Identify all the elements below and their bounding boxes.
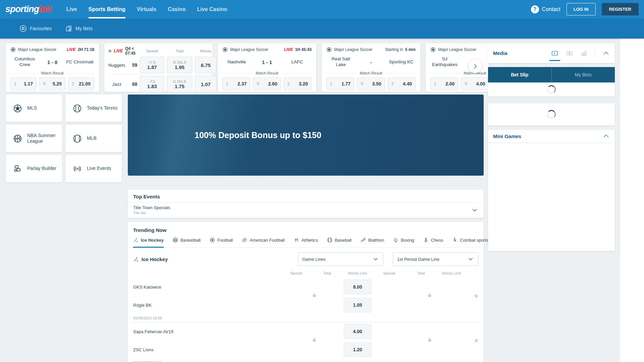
money-line-button[interactable]: 8.00 [344, 280, 372, 294]
live-match-card[interactable]: Major League Soccer LIVE 2H 71:18 Columb… [6, 43, 99, 92]
event-title: Title Town Specials [133, 205, 170, 210]
live-match-card[interactable]: LIVE Q4 < 07:45 Spread Total Money Nugge… [104, 43, 212, 92]
carousel-next-button[interactable] [468, 59, 482, 73]
odds-button-draw[interactable]: X2.60 [253, 77, 281, 90]
quick-link-mls[interactable]: MLS [6, 95, 62, 122]
odds-button-draw[interactable]: X3.50 [357, 77, 385, 90]
my-bets-label: My Bets [75, 26, 93, 31]
market-label: Match Result [326, 71, 416, 75]
home-team: SJ Earthquakes [430, 56, 459, 68]
odds-button-home[interactable]: 12.00 [430, 77, 458, 90]
tab-bet-slip[interactable]: Bet Slip [488, 67, 551, 82]
bet-slip-panel: Bet Slip My Bets [488, 67, 615, 97]
athletics-icon [294, 237, 299, 243]
odds-row: 11.77 X3.50 24.40 [326, 77, 416, 90]
contact-link[interactable]: ? Contact [531, 5, 560, 13]
media-title: Media [493, 50, 507, 56]
mini-games-header: Mini Games [488, 130, 615, 143]
tab-baseball[interactable]: Baseball [327, 237, 352, 248]
odds-button-home[interactable]: 11.77 [326, 77, 354, 90]
live-match-card[interactable]: Major League Soccer LIVE 1H 45:43 Nashvi… [218, 43, 316, 92]
nav-casino[interactable]: Casino [168, 0, 185, 18]
my-bets-link[interactable]: My Bets [65, 25, 93, 32]
market-select-secondary[interactable]: 1st Period Game Line [393, 252, 478, 266]
mini-games-panel: Mini Games [488, 130, 615, 251]
tab-football[interactable]: Football [210, 237, 233, 248]
match-date: 01/09/2022 16:05 [128, 314, 484, 322]
tab-combat-sports[interactable]: Combat sports [452, 237, 489, 248]
star-circle-icon [19, 25, 27, 32]
collapse-chevron-icon[interactable] [602, 50, 610, 57]
stats-icon[interactable] [581, 50, 587, 57]
top-events-item[interactable]: Title Town Specials The Six [128, 203, 484, 218]
spread-odds-button[interactable]: +7,51.87 [140, 57, 164, 73]
favourite-star-icon[interactable]: ★ [474, 338, 479, 344]
collapse-chevron-icon[interactable] [602, 132, 610, 140]
divider [595, 49, 595, 58]
quick-link-nba-summer-league[interactable]: NBA Summer League [6, 125, 62, 152]
quick-link-todays-tennis[interactable]: Today's Tennis [65, 95, 122, 122]
odds-button-draw[interactable]: X4.00 [461, 77, 489, 90]
nav-virtuals[interactable]: Virtuals [137, 0, 156, 18]
starting-time: Starting in 5 min [385, 47, 416, 52]
quick-link-parlay-builder[interactable]: Parlay Builder [6, 155, 62, 182]
nav-live-casino[interactable]: Live Casino [197, 0, 227, 18]
bet-slip-tabs: Bet Slip My Bets [488, 67, 615, 82]
favourites-link[interactable]: Favourites [19, 25, 52, 32]
login-button[interactable]: LOG IN [567, 3, 596, 15]
odds-button-home[interactable]: 12.37 [222, 77, 250, 90]
away-team: FC Cincinnati [65, 59, 94, 65]
quick-link-mlb[interactable]: MLB [65, 125, 122, 152]
odds-button-home[interactable]: 11.17 [10, 77, 37, 90]
favourite-star-icon[interactable]: ★ [474, 293, 479, 299]
market-label: Match Result [10, 71, 94, 75]
live-match-card[interactable]: Major League Soccer Starting in 5 min Re… [322, 43, 420, 92]
soccer-ball-icon [222, 47, 228, 52]
video-stream-icon[interactable] [551, 50, 558, 57]
money-line-button[interactable]: 1.20 [344, 342, 372, 357]
total-odds-button[interactable]: U 161,51.75 [167, 76, 192, 93]
home-team: Real Salt Lake [326, 56, 355, 68]
tab-my-bets[interactable]: My Bets [551, 67, 615, 82]
odds-button-away[interactable]: 24.40 [388, 77, 416, 90]
money-line-button[interactable]: 4.00 [344, 324, 372, 339]
money-line-button[interactable]: 1.05 [344, 298, 372, 312]
trending-title: Trending Now [128, 222, 484, 237]
match-score: 1 - 0 [39, 59, 65, 65]
away-team: ZSC Lions [133, 347, 281, 352]
tab-boxing[interactable]: Boxing [393, 237, 414, 248]
sport-tabs: Ice Hockey Basketball Football American … [128, 237, 484, 248]
match-clock: 1H 45:43 [295, 47, 312, 52]
contact-label: Contact [542, 6, 560, 12]
ice-hockey-header: Ice Hockey Game Lines 1st Period Game Li… [128, 248, 484, 268]
tab-chess[interactable]: Chess [423, 237, 443, 248]
tab-biathlon[interactable]: Biathlon [361, 237, 384, 248]
sportingbet-logo[interactable]: sportingbet [5, 4, 52, 14]
league-name: Major League Soccer [18, 47, 56, 52]
odds-row: 11.17 X5.25 221.00 [10, 77, 94, 90]
odds-button-away[interactable]: 23.20 [284, 77, 312, 90]
tab-athletics[interactable]: Athletics [294, 237, 318, 248]
home-team: Nashville [222, 59, 251, 65]
total-odds-button[interactable]: O 161,51.95 [167, 57, 192, 73]
pitch-view-icon[interactable] [566, 50, 573, 57]
spread-odds-button[interactable]: -7,51.83 [140, 76, 164, 93]
basketball-icon [13, 134, 22, 143]
section-title: Ice Hockey [133, 256, 168, 262]
nav-sports-betting[interactable]: Sports Betting [89, 0, 125, 18]
money-odds-button[interactable]: 6.75 [195, 57, 216, 73]
odds-button-away[interactable]: 221.00 [68, 77, 94, 90]
market-select-primary[interactable]: Game Lines [298, 252, 383, 266]
register-button[interactable]: REGISTER [602, 3, 639, 15]
chevron-down-icon[interactable] [471, 206, 478, 214]
tab-basketball[interactable]: Basketball [173, 237, 201, 248]
boxing-glove-icon [393, 237, 398, 243]
quick-link-live-events[interactable]: Live Events [65, 155, 122, 182]
team-score: 59 [128, 62, 137, 68]
tab-american-football[interactable]: American Football [242, 237, 285, 248]
promo-banner[interactable]: 100% Deposit Bonus up to $150 [128, 95, 484, 176]
odds-button-draw[interactable]: X5.25 [39, 77, 65, 90]
money-odds-button[interactable]: 1.07 [195, 76, 216, 93]
nav-live[interactable]: Live [66, 0, 77, 18]
tab-ice-hockey[interactable]: Ice Hockey [133, 237, 164, 248]
